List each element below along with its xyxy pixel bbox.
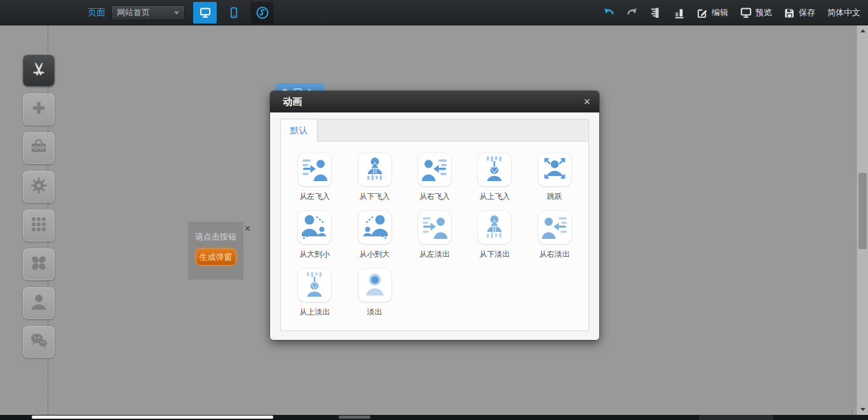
vertical-scrollbar[interactable] xyxy=(857,25,868,415)
redo-button[interactable] xyxy=(627,7,638,18)
device-switch xyxy=(193,2,274,24)
sidebar-item-user[interactable] xyxy=(23,287,55,319)
animation-item[interactable]: 从右淡出 xyxy=(525,206,585,264)
stats-button[interactable] xyxy=(674,7,685,18)
sidebar-item-design[interactable] xyxy=(23,55,55,86)
animation-item[interactable]: 从大到小 xyxy=(285,206,344,264)
element-close-icon[interactable]: × xyxy=(245,224,250,234)
fade-out-left-icon xyxy=(422,213,447,241)
popup-element-text: 请点击按钮 xyxy=(188,222,243,243)
fade-out-right-icon xyxy=(542,213,567,241)
bottom-bar xyxy=(0,415,868,420)
user-icon xyxy=(29,292,48,314)
desktop-view-button[interactable] xyxy=(193,2,217,24)
phone-icon xyxy=(228,7,240,18)
save-button[interactable]: 保存 xyxy=(784,7,815,18)
ruler-button[interactable] xyxy=(650,7,661,18)
ruler-icon xyxy=(650,7,661,18)
jump-icon xyxy=(542,156,567,184)
sidebar xyxy=(23,55,55,358)
bottom-bar-segment xyxy=(339,416,370,419)
page-select-value: 网站首页 xyxy=(117,7,150,18)
scroll-up-icon[interactable] xyxy=(860,29,865,32)
vertical-scrollbar-thumb[interactable] xyxy=(858,173,867,249)
clover-icon xyxy=(29,254,48,275)
animation-item[interactable]: 从小到大 xyxy=(344,206,404,264)
animation-item[interactable]: 跳跃 xyxy=(525,148,585,206)
animation-item[interactable]: 从上淡出 xyxy=(285,264,344,322)
animation-item[interactable]: 从上飞入 xyxy=(465,148,524,206)
redo-icon xyxy=(627,7,638,18)
desktop-icon xyxy=(200,7,211,18)
stats-icon xyxy=(674,7,685,18)
undo-icon xyxy=(603,7,614,18)
animation-item[interactable]: 从左飞入 xyxy=(285,148,344,206)
page-label: 页面 xyxy=(88,7,105,18)
toolbox-icon xyxy=(29,137,48,159)
save-icon xyxy=(784,8,795,18)
edit-button[interactable]: 编辑 xyxy=(697,7,728,18)
animation-modal: 动画 × 默认 从左飞入 从下飞入 xyxy=(270,91,599,340)
bottom-bar-segment-right xyxy=(699,415,773,420)
chevron-down-icon xyxy=(174,11,179,15)
preview-button[interactable]: 预览 xyxy=(740,7,772,18)
animation-item[interactable]: 从左淡出 xyxy=(405,206,465,264)
sidebar-item-widgets[interactable] xyxy=(23,248,55,280)
fly-in-bottom-icon xyxy=(362,156,388,184)
canvas-popup-element[interactable]: 请点击按钮 生成弹窗 xyxy=(188,222,243,280)
plus-icon xyxy=(29,98,48,120)
scroll-down-icon[interactable] xyxy=(860,408,865,411)
fly-in-left-icon xyxy=(302,156,327,184)
toolbar-right-group: 编辑预览保存简体中文 xyxy=(603,0,860,25)
tab-default[interactable]: 默认 xyxy=(281,119,318,142)
sidebar-item-settings[interactable] xyxy=(23,171,55,203)
link-icon xyxy=(256,6,269,19)
edit-icon xyxy=(697,8,708,18)
animation-item[interactable]: 从下飞入 xyxy=(344,148,404,206)
wechat-icon xyxy=(29,331,48,353)
page-select[interactable]: 网站首页 xyxy=(111,5,185,20)
modal-close-icon[interactable]: × xyxy=(583,96,590,107)
animation-item[interactable]: 淡出 xyxy=(344,264,404,322)
sidebar-item-add[interactable] xyxy=(23,93,55,125)
link-button[interactable] xyxy=(250,2,274,24)
fly-in-top-icon xyxy=(482,156,507,184)
modal-tabs: 默认 xyxy=(281,119,588,142)
modal-body: 默认 从左飞入 从下飞入 从右飞入 xyxy=(270,112,599,340)
language-button[interactable]: 简体中文 xyxy=(827,7,860,18)
sidebar-item-wechat[interactable] xyxy=(23,326,55,358)
top-toolbar: 页面 网站首页 编辑预览保存简体中文 xyxy=(0,0,868,25)
gear-icon xyxy=(29,176,48,198)
sidebar-item-toolbox[interactable] xyxy=(23,132,55,164)
animation-item[interactable]: 从右飞入 xyxy=(405,148,465,206)
modal-title: 动画 xyxy=(283,96,302,108)
small-to-big-icon xyxy=(362,213,388,241)
horizontal-scrollbar-thumb[interactable] xyxy=(32,416,273,419)
preview-icon xyxy=(740,7,752,18)
mobile-view-button[interactable] xyxy=(222,2,245,24)
guide-line-right xyxy=(852,410,853,415)
fade-out-bottom-icon xyxy=(482,213,507,241)
modal-panel: 默认 从左飞入 从下飞入 从右飞入 xyxy=(280,119,589,331)
toolbar-left-group: 页面 网站首页 xyxy=(88,0,274,25)
big-to-small-icon xyxy=(302,213,327,241)
fly-in-right-icon xyxy=(422,156,447,184)
modal-header[interactable]: 动画 × xyxy=(270,91,599,112)
fade-out-icon xyxy=(362,271,388,299)
undo-button[interactable] xyxy=(603,7,614,18)
fade-out-top-icon xyxy=(302,271,327,299)
animation-grid: 从左飞入 从下飞入 从右飞入 从上飞入 xyxy=(281,142,588,330)
grid-icon xyxy=(29,215,48,236)
sidebar-item-modules[interactable] xyxy=(23,210,55,241)
generate-popup-button[interactable]: 生成弹窗 xyxy=(196,248,236,266)
animation-item[interactable]: 从下淡出 xyxy=(465,206,524,264)
design-tools-icon xyxy=(29,60,48,81)
